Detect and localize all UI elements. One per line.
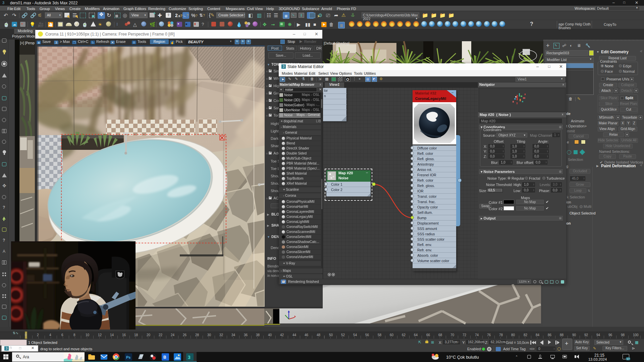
svg-text:Ps: Ps [126, 355, 130, 359]
svg-text:[+] [Persp: [+] [Persp [20, 41, 35, 45]
svg-text:[Default Shading]: [Default Shading] [324, 42, 350, 45]
svg-text:B: B [163, 355, 166, 360]
svg-text:1: 1 [432, 354, 434, 357]
svg-text:3: 3 [188, 355, 191, 360]
